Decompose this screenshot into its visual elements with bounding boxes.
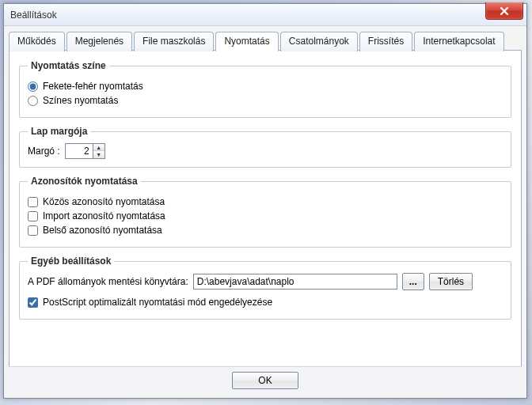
settings-window: Beállítások Működés Megjelenés File masz… [3,3,527,399]
titlebar: Beállítások [4,4,526,26]
pdf-path-input[interactable] [193,274,397,290]
tab-frissites[interactable]: Frissítés [359,32,412,51]
client-area: Működés Megjelenés File maszkolás Nyomta… [4,26,526,398]
group-ids-legend: Azonosítók nyomtatása [28,176,141,187]
group-print-color-legend: Nyomtatás színe [28,60,109,71]
close-button[interactable] [485,2,523,20]
spinner-down[interactable]: ▼ [93,151,104,158]
window-title: Beállítások [10,9,57,21]
tab-internetkapcsolat[interactable]: Internetkapcsolat [414,32,504,51]
tabpanel-nyomtatas: Nyomtatás színe Fekete-fehér nyomtatás S… [9,50,522,380]
group-page-margin: Lap margója Margó : ▲ ▼ [19,126,511,168]
bottom-bar: OK [9,366,522,393]
checkbox-postscript-label: PostScript optimalizált nyomtatási mód e… [43,297,272,308]
group-other: Egyéb beállítások A PDF állományok menté… [19,255,511,320]
browse-button[interactable]: ... [402,273,424,290]
tab-nyomtatas[interactable]: Nyomtatás [215,32,278,51]
group-other-legend: Egyéb beállítások [28,255,114,267]
checkbox-common-id[interactable] [28,197,38,207]
group-ids: Azonosítók nyomtatása Közös azonosító ny… [19,176,511,248]
checkbox-common-id-label: Közös azonosító nyomtatása [43,196,165,207]
ok-button[interactable]: OK [232,372,298,389]
checkbox-internal-id[interactable] [28,225,38,236]
spinner-up[interactable]: ▲ [93,144,104,151]
radio-bw-label: Fekete-fehér nyomtatás [43,81,143,92]
checkbox-internal-id-label: Belső azonosító nyomtatása [43,225,162,236]
margin-label: Margó : [28,146,60,157]
radio-color-label: Színes nyomtatás [43,95,118,106]
checkbox-import-id[interactable] [28,211,38,221]
tab-mukodes[interactable]: Működés [9,32,65,51]
spinner-buttons: ▲ ▼ [93,144,104,158]
margin-input[interactable] [66,144,93,158]
close-icon [499,6,510,16]
tab-file-maszkolas[interactable]: File maszkolás [134,32,214,51]
clear-button[interactable]: Törlés [429,273,473,290]
radio-bw[interactable] [28,81,38,92]
group-print-color: Nyomtatás színe Fekete-fehér nyomtatás S… [19,60,511,118]
pdf-path-label: A PDF állományok mentési könyvtára: [28,276,188,287]
radio-color[interactable] [28,96,38,106]
checkbox-postscript[interactable] [28,297,38,308]
tab-megjelenes[interactable]: Megjelenés [66,32,132,51]
tabstrip: Működés Megjelenés File maszkolás Nyomta… [9,31,522,51]
group-page-margin-legend: Lap margója [28,126,90,137]
checkbox-import-id-label: Import azonosító nyomtatása [43,210,165,221]
tab-csatolmanyok[interactable]: Csatolmányok [280,32,358,51]
margin-spinner: ▲ ▼ [65,143,105,159]
